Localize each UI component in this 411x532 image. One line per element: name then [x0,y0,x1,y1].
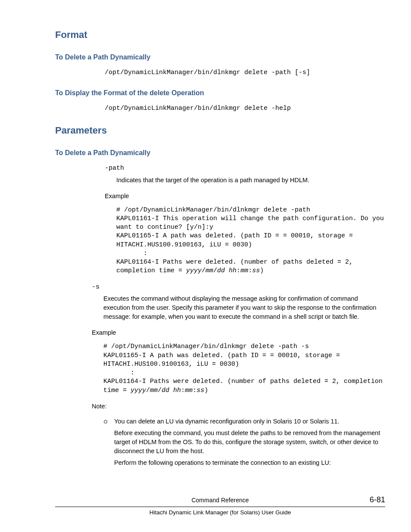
page-number: 6-81 [359,494,385,505]
param-s-desc: Executes the command without displaying … [103,294,385,321]
code-it: ss [196,387,204,394]
param-path-term: -path [105,164,385,173]
code-it: yyyy [186,267,202,274]
example-label: Example [92,328,385,337]
code-sep: / [158,387,162,394]
code-it: ss [252,267,260,274]
footer-doc-title: Hitachi Dynamic Link Manager (for Solari… [55,507,385,517]
subsection-display-format: To Display the Format of the delete Oper… [55,88,385,98]
code-it: mm [150,387,158,394]
note-list: You can delete an LU via dynamic reconfi… [114,417,385,467]
code-it: dd hh [217,267,237,274]
code-sep: / [213,267,217,274]
code-delete-path: /opt/DynamicLinkManager/bin/dlnkmgr dele… [105,68,385,78]
note-text-1: You can delete an LU via dynamic reconfi… [114,418,339,425]
note-text-2: Before executing the command, you must d… [114,429,383,456]
example-code-s: # /opt/DynamicLinkManager/bin/dlnkmgr de… [103,342,385,395]
param-path-block: -path Indicates that the target of the o… [105,164,385,276]
code-sep: : [248,267,252,274]
code-pre: # /opt/DynamicLinkManager/bin/dlnkmgr de… [116,206,388,275]
example-label: Example [105,192,385,201]
code-post: ) [204,387,208,394]
code-sep: : [237,267,240,274]
param-s-block: -s Executes the command without displayi… [92,283,385,467]
section-heading-format: Format [55,28,385,42]
code-sep: / [146,387,150,394]
example-code-path: # /opt/DynamicLinkManager/bin/dlnkmgr de… [116,206,385,276]
code-sep: / [202,267,206,274]
code-it: dd hh [162,387,181,394]
code-post: ) [260,267,264,274]
subsection-params-delete-path: To Delete a Path Dynamically [55,148,385,158]
subsection-delete-path: To Delete a Path Dynamically [55,52,385,62]
note-text-3: Perform the following operations to term… [114,458,383,467]
footer-section-name: Command Reference [81,496,359,504]
param-path-desc: Indicates that the target of the operati… [116,176,385,185]
note-label: Note: [92,402,385,411]
section-heading-parameters: Parameters [55,124,385,137]
code-it: mm [206,267,213,274]
code-it: mm [240,267,248,274]
param-s-term: -s [92,283,385,292]
code-sep: : [193,387,196,394]
code-delete-help: /opt/DynamicLinkManager/bin/dlnkmgr dele… [105,104,385,113]
code-sep: : [181,387,185,394]
code-it: mm [185,387,193,394]
code-it: yyyy [131,387,146,394]
page-footer: Command Reference 6-81 Hitachi Dynamic L… [55,494,385,517]
note-item: You can delete an LU via dynamic reconfi… [114,417,385,467]
